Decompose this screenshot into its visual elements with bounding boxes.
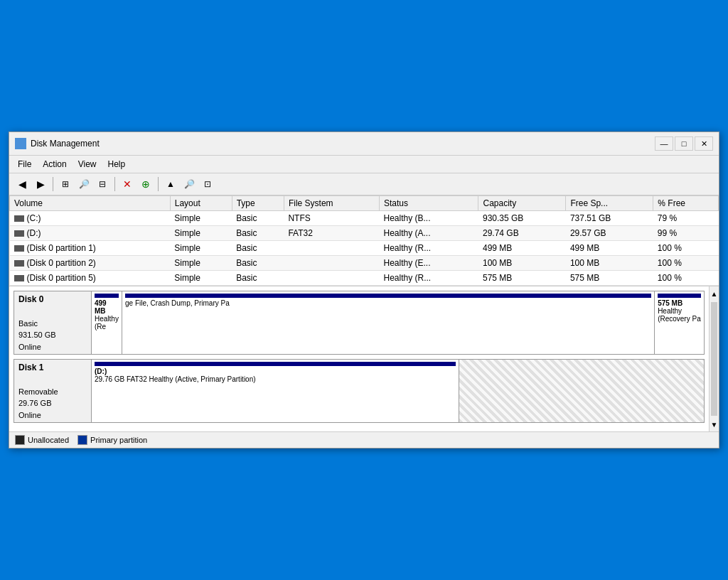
cell-capacity: 575 MB [478, 271, 566, 286]
minimize-button[interactable]: — [655, 136, 673, 151]
cell-volume: (Disk 0 partition 2) [10, 256, 171, 271]
disk-area-wrapper: Disk 0Basic931.50 GBOnline499 MBHealthy … [9, 286, 719, 431]
partition-header-bar [462, 362, 701, 366]
col-freesp: Free Sp... [566, 196, 653, 211]
cell-pctfree: 100 % [653, 241, 719, 256]
partition-label: (D:) [95, 367, 456, 375]
cell-type: Basic [232, 211, 284, 226]
col-type: Type [232, 196, 284, 211]
cell-free: 29.57 GB [566, 226, 653, 241]
toolbar-btn-1[interactable]: ⊞ [57, 176, 74, 193]
legend-unallocated: Unallocated [15, 435, 69, 445]
cell-capacity: 100 MB [478, 256, 566, 271]
disk-partitions: (D:)29.76 GB FAT32 Healthy (Active, Prim… [92, 359, 705, 423]
disk-rows-container: Disk 0Basic931.50 GBOnline499 MBHealthy … [14, 291, 705, 423]
cell-status: Healthy (E... [380, 256, 478, 271]
app-icon [15, 138, 26, 149]
table-row[interactable]: (C:) Simple Basic NTFS Healthy (B... 930… [10, 211, 719, 226]
partition-header-bar [95, 294, 119, 298]
disk-row: Disk 1Removable29.76 GBOnline(D:)29.76 G… [14, 359, 705, 423]
menu-action[interactable]: Action [38, 157, 70, 171]
cell-filesystem [284, 241, 379, 256]
disk-content: Disk 0Basic931.50 GBOnline499 MBHealthy … [9, 286, 709, 431]
partition[interactable]: ge File, Crash Dump, Primary Pa [122, 291, 655, 354]
cell-layout: Simple [170, 271, 232, 286]
title-bar: Disk Management — □ ✕ [9, 132, 719, 156]
scrollbar[interactable]: ▲ ▼ [709, 286, 719, 431]
partition-header-bar [125, 294, 651, 298]
cell-volume: (C:) [10, 211, 171, 226]
cell-pctfree: 79 % [653, 211, 719, 226]
cell-type: Basic [232, 271, 284, 286]
toolbar: ◀ ▶ ⊞ 🔎 ⊟ ✕ ⊕ ▲ 🔎 ⊡ [9, 173, 719, 195]
cell-layout: Simple [170, 211, 232, 226]
maximize-button[interactable]: □ [675, 136, 693, 151]
cell-status: Healthy (R... [380, 271, 478, 286]
partition-header-bar [658, 294, 701, 298]
disk-row: Disk 0Basic931.50 GBOnline499 MBHealthy … [14, 291, 705, 355]
cell-status: Healthy (A... [380, 226, 478, 241]
cell-layout: Simple [170, 226, 232, 241]
table-row[interactable]: (Disk 0 partition 5) Simple Basic Health… [10, 271, 719, 286]
cell-free: 575 MB [566, 271, 653, 286]
legend-bar: Unallocated Primary partition [9, 431, 719, 448]
cell-filesystem: FAT32 [284, 226, 379, 241]
forward-button[interactable]: ▶ [32, 176, 49, 193]
partition-mainsub: ge File, Crash Dump, Primary Pa [125, 299, 651, 307]
partition-status: Healthy (Re [95, 315, 119, 331]
partition[interactable]: (D:)29.76 GB FAT32 Healthy (Active, Prim… [92, 360, 459, 422]
partition[interactable]: 499 MBHealthy (Re [92, 291, 122, 354]
partition-label: 575 MB [658, 299, 701, 307]
toolbar-btn-6[interactable]: 🔎 [181, 176, 198, 193]
table-row[interactable]: (Disk 0 partition 2) Simple Basic Health… [10, 256, 719, 271]
toolbar-btn-5[interactable]: ▲ [162, 176, 179, 193]
disk-partitions: 499 MBHealthy (Rege File, Crash Dump, Pr… [92, 291, 705, 355]
legend-primary: Primary partition [77, 435, 147, 445]
col-pctfree: % Free [653, 196, 719, 211]
partition-status: 29.76 GB FAT32 Healthy (Active, Primary … [95, 375, 456, 383]
toolbar-btn-delete[interactable]: ✕ [119, 176, 136, 193]
cell-filesystem: NTFS [284, 211, 379, 226]
menu-file[interactable]: File [14, 157, 36, 171]
window-title: Disk Management [31, 139, 100, 149]
volumes-table: Volume Layout Type File System Status Ca… [9, 195, 719, 286]
table-row[interactable]: (Disk 0 partition 1) Simple Basic Health… [10, 241, 719, 256]
disk-info: Disk 1Removable29.76 GBOnline [14, 359, 92, 423]
partition-status: Healthy (Recovery Pa [658, 307, 701, 323]
cell-free: 499 MB [566, 241, 653, 256]
toolbar-btn-3[interactable]: ⊟ [94, 176, 111, 193]
toolbar-btn-7[interactable]: ⊡ [199, 176, 216, 193]
cell-type: Basic [232, 256, 284, 271]
cell-status: Healthy (R... [380, 241, 478, 256]
partition[interactable] [459, 360, 704, 422]
table-area: Volume Layout Type File System Status Ca… [9, 195, 719, 286]
scroll-up[interactable]: ▲ [710, 286, 719, 301]
partition[interactable]: 575 MBHealthy (Recovery Pa [655, 291, 704, 354]
menu-help[interactable]: Help [104, 157, 130, 171]
legend-label-primary: Primary partition [90, 436, 147, 444]
disk-info: Disk 0Basic931.50 GBOnline [14, 291, 92, 355]
disk-management-window: Disk Management — □ ✕ File Action View H… [9, 131, 719, 449]
cell-filesystem [284, 271, 379, 286]
cell-free: 737.51 GB [566, 211, 653, 226]
toolbar-btn-2[interactable]: 🔎 [75, 176, 92, 193]
toolbar-sep-1 [53, 177, 53, 191]
back-button[interactable]: ◀ [14, 176, 31, 193]
close-button[interactable]: ✕ [695, 136, 713, 151]
cell-volume: (Disk 0 partition 5) [10, 271, 171, 286]
toolbar-btn-4[interactable]: ⊕ [137, 176, 154, 193]
cell-type: Basic [232, 226, 284, 241]
title-bar-left: Disk Management [15, 138, 100, 149]
menu-view[interactable]: View [74, 157, 101, 171]
partition-label: 499 MB [95, 299, 119, 315]
menu-bar: File Action View Help [9, 156, 719, 173]
cell-pctfree: 99 % [653, 226, 719, 241]
cell-type: Basic [232, 241, 284, 256]
scroll-thumb[interactable] [711, 302, 717, 416]
cell-capacity: 29.74 GB [478, 226, 566, 241]
scroll-down[interactable]: ▼ [710, 417, 719, 431]
table-row[interactable]: (D:) Simple Basic FAT32 Healthy (A... 29… [10, 226, 719, 241]
legend-label-unallocated: Unallocated [28, 436, 69, 444]
legend-box-primary [77, 435, 87, 445]
toolbar-sep-2 [114, 177, 115, 191]
